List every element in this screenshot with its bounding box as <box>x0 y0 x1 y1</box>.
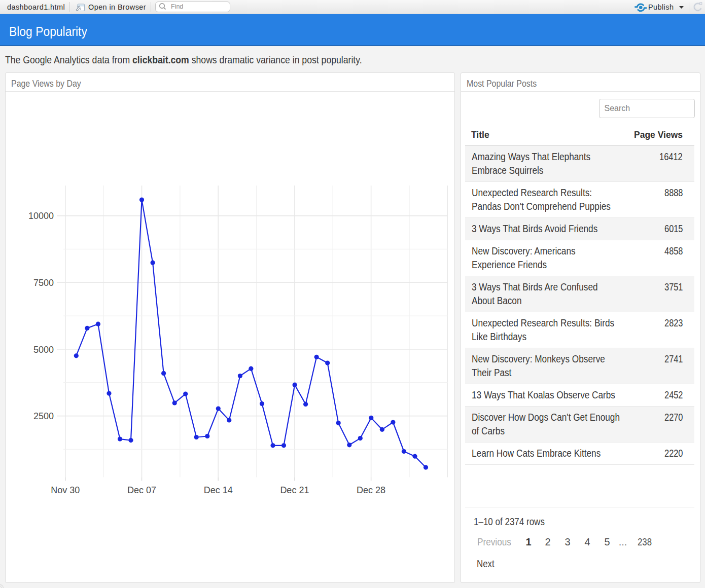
svg-text:Dec 14: Dec 14 <box>204 485 233 495</box>
svg-text:10000: 10000 <box>28 211 54 221</box>
svg-text:5000: 5000 <box>33 345 54 355</box>
svg-text:Dec 07: Dec 07 <box>127 485 156 495</box>
svg-text:Dec 21: Dec 21 <box>280 485 309 495</box>
svg-text:2500: 2500 <box>33 411 54 421</box>
svg-text:Nov 30: Nov 30 <box>51 485 80 495</box>
svg-text:7500: 7500 <box>33 278 54 288</box>
svg-text:Dec 28: Dec 28 <box>357 485 385 495</box>
